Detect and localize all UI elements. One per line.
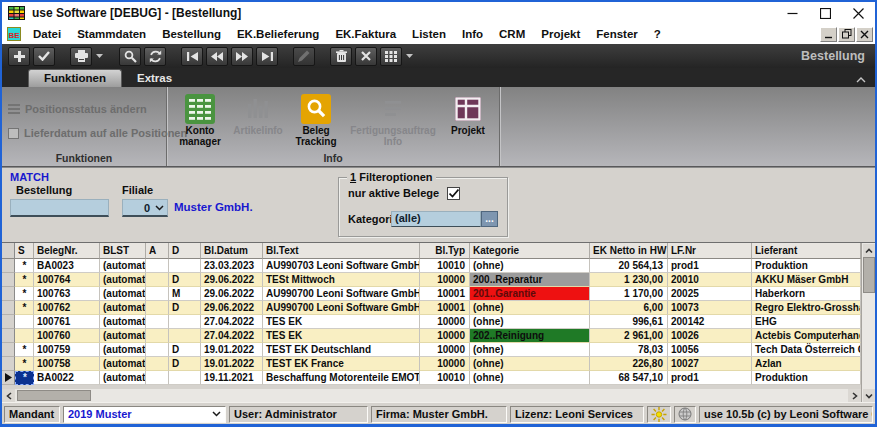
cell-d[interactable] [169,371,201,385]
cell-belegnr[interactable]: 100762 [34,301,100,315]
cell-text[interactable]: AU990700 Leoni Software GmbH [263,301,420,315]
chevron-down-icon[interactable] [405,47,414,66]
cell-text[interactable]: TES EK [263,315,420,329]
column-header-a[interactable]: A [146,243,169,259]
menu-item--[interactable]: ? [646,26,669,42]
menu-item-crm[interactable]: CRM [491,26,533,42]
cell-s[interactable] [15,315,34,329]
column-header-s[interactable]: S [15,243,34,259]
cell-lieferant[interactable]: Tech Data Österreich Gm [752,343,861,357]
cell-typ[interactable]: 10010 [420,259,470,273]
horizontal-scrollbar[interactable] [2,389,861,402]
cell-a[interactable] [146,259,169,273]
cell-a[interactable] [146,329,169,343]
column-header-datum[interactable]: Bl.Datum [201,243,263,259]
ribbon-collapse-button[interactable] [856,77,866,87]
cell-text[interactable]: AU990700 Leoni Software GmbH [263,287,420,301]
cell-blst[interactable]: (automat [100,343,146,357]
cell-d[interactable]: D [169,301,201,315]
cell-kategorie[interactable]: (ohne) [470,259,590,273]
row-selector[interactable] [2,371,15,385]
cell-datum[interactable]: 19.11.2021 [201,371,263,385]
cell-lieferant[interactable]: Regro Elektro-Grosshand [752,301,861,315]
cell-typ[interactable]: 10000 [420,329,470,343]
cell-s[interactable] [15,329,34,343]
cell-lfnr[interactable]: 10027 [668,357,752,371]
cell-datum[interactable]: 19.01.2022 [201,357,263,371]
menu-item-datei[interactable]: Datei [25,26,69,42]
cell-lfnr[interactable]: 10026 [668,329,752,343]
cell-ek[interactable]: 78,03 [590,343,668,357]
kategorie-field[interactable]: (alle) [391,211,481,227]
cell-belegnr[interactable]: 100758 [34,357,100,371]
cell-d[interactable]: D [169,273,201,287]
cell-a[interactable] [146,371,169,385]
menu-item-info[interactable]: Info [454,26,491,42]
cell-a[interactable] [146,343,169,357]
table-row[interactable]: 100761(automat27.04.2022TES EK10000(ohne… [2,315,861,329]
cell-belegnr[interactable]: 100760 [34,329,100,343]
cell-lieferant[interactable]: AKKU Mäser GmbH [752,273,861,287]
column-header-kategorie[interactable]: Kategorie [470,243,590,259]
row-selector[interactable] [2,259,15,273]
projekt-button[interactable]: Projekt [441,91,495,147]
table-row[interactable]: *BA0023(automat23.03.2023AU990703 Leoni … [2,259,861,273]
cell-lieferant[interactable]: Azlan [752,357,861,371]
cell-kategorie[interactable]: (ohne) [470,315,590,329]
last-record-button[interactable] [256,47,278,66]
cell-a[interactable] [146,301,169,315]
cell-blst[interactable]: (automat [100,329,146,343]
cell-a[interactable] [146,315,169,329]
vertical-scroll-thumb[interactable] [863,257,875,293]
scroll-left-button[interactable] [2,389,15,402]
row-selector[interactable] [2,357,15,371]
maximize-button[interactable] [809,2,842,24]
cell-belegnr[interactable]: 100763 [34,287,100,301]
chevron-down-icon[interactable] [95,47,104,66]
cell-lieferant[interactable]: EHG [752,315,861,329]
cell-text[interactable]: AU990703 Leoni Software GmbH [263,259,420,273]
cell-d[interactable] [169,329,201,343]
cell-blst[interactable]: (automat [100,273,146,287]
cell-ek[interactable]: 6,00 [590,301,668,315]
bestellung-input[interactable] [10,199,109,217]
table-row[interactable]: *BA0022(automat19.11.2021Beschaffung Mot… [2,371,861,385]
table-row[interactable]: *100764(automatD29.06.2022TESt Mittwoch1… [2,273,861,287]
delete-button[interactable] [330,47,352,66]
cell-lieferant[interactable]: Produktion [752,259,861,273]
table-row[interactable]: *100762(automatD29.06.2022AU990700 Leoni… [2,301,861,315]
cell-ek[interactable]: 996,61 [590,315,668,329]
cell-kategorie[interactable]: 202..Reinigung [470,329,590,343]
row-selector[interactable] [2,273,15,287]
scroll-down-button[interactable] [863,389,875,402]
kategorie-browse-button[interactable]: ... [481,211,498,227]
cell-belegnr[interactable]: BA0023 [34,259,100,273]
menu-item-fenster[interactable]: Fenster [588,26,646,42]
vertical-scrollbar[interactable] [861,243,875,403]
cell-lfnr[interactable]: 20025 [668,287,752,301]
cell-kategorie[interactable]: (ohne) [470,371,590,385]
grid-options-button[interactable] [380,47,402,66]
filiale-combobox[interactable]: 0 [122,199,168,217]
cell-d[interactable] [169,315,201,329]
cell-a[interactable] [146,273,169,287]
cell-lfnr[interactable]: prod1 [668,259,752,273]
cell-typ[interactable]: 10001 [420,301,470,315]
column-header-typ[interactable]: Bl.Typ [420,243,470,259]
scroll-up-button[interactable] [863,244,875,257]
cell-lfnr[interactable]: 10056 [668,343,752,357]
confirm-button[interactable] [33,47,55,66]
cell-kategorie[interactable]: (ohne) [470,343,590,357]
cell-ek[interactable]: 2 961,00 [590,329,668,343]
table-row[interactable]: 100760(automat27.04.2022TES EK10000202..… [2,329,861,343]
cell-s[interactable]: * [15,357,34,371]
cell-typ[interactable]: 10010 [420,371,470,385]
cell-s[interactable]: * [15,287,34,301]
table-row[interactable]: *100759(automatD19.01.2022TEST EK Deutsc… [2,343,861,357]
column-header-blst[interactable]: BLST [100,243,146,259]
beleg-tracking-button[interactable]: BelegTracking [287,91,345,147]
column-header-text[interactable]: Bl.Text [263,243,420,259]
cell-lfnr[interactable]: 10073 [668,301,752,315]
cell-blst[interactable]: (automat [100,315,146,329]
cell-belegnr[interactable]: 100759 [34,343,100,357]
